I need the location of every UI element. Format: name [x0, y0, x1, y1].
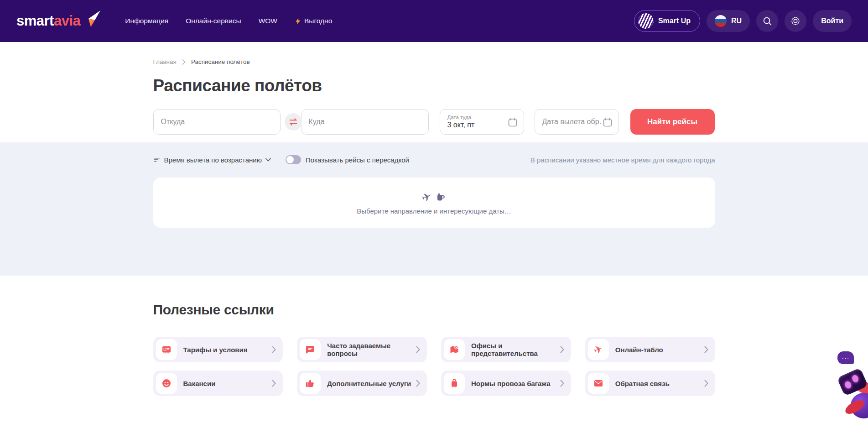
link-card-faq[interactable]: Часто задаваемые вопросы — [297, 337, 427, 362]
tile: ✈ — [588, 339, 609, 360]
nav-item-deals[interactable]: Выгодно — [295, 17, 332, 25]
vacancies-icon — [161, 378, 172, 389]
chevron-right-icon — [416, 380, 421, 387]
empty-state-icons: ✈ — [422, 191, 446, 204]
lightning-icon — [295, 17, 301, 25]
mascot-eye — [851, 374, 859, 383]
chevron-right-icon — [560, 380, 565, 387]
chat-mascot[interactable] — [832, 369, 868, 423]
link-card-label: Офисы и представительства — [471, 342, 556, 357]
coffee-mug-icon — [435, 192, 446, 203]
calendar-icon — [602, 117, 613, 128]
useful-links-title: Полезные ссылки — [153, 302, 715, 318]
chevron-right-icon — [560, 346, 565, 353]
toggle-switch[interactable] — [286, 155, 301, 164]
smartup-button[interactable]: Smart Up — [634, 10, 700, 32]
chevron-down-icon — [265, 158, 271, 162]
mascot-eye — [844, 381, 852, 390]
link-card-label: Часто задаваемые вопросы — [327, 342, 412, 357]
timezone-note: В расписании указано местное время для к… — [530, 156, 715, 164]
logo-plane-icon — [83, 10, 101, 28]
sort-label: Время вылета по возрастанию — [164, 156, 262, 164]
swap-arrows-icon — [288, 117, 298, 127]
sort-icon — [153, 156, 161, 163]
smartup-label: Smart Up — [658, 17, 691, 25]
link-card-tariffs[interactable]: Тарифы и условия — [153, 337, 283, 362]
tile — [156, 373, 177, 394]
toggle-knob — [286, 156, 294, 163]
search-button[interactable] — [756, 10, 778, 32]
breadcrumb-home-link[interactable]: Главная — [153, 58, 177, 65]
swap-directions-button[interactable] — [285, 113, 302, 131]
schedule-section: Время вылета по возрастанию Показывать р… — [0, 142, 868, 276]
return-date-input[interactable] — [542, 118, 611, 126]
chevron-right-icon — [416, 346, 421, 353]
link-card-label: Тарифы и условия — [183, 346, 269, 354]
departure-date-field[interactable]: Дата туда 3 окт, пт — [440, 109, 524, 135]
online-board-icon: ✈ — [592, 342, 605, 357]
link-card-offices[interactable]: Офисы и представительства — [441, 337, 571, 362]
find-flights-button[interactable]: Найти рейсы — [630, 109, 715, 135]
chat-bubble-button[interactable]: ··· — [837, 351, 854, 364]
search-icon — [762, 16, 772, 26]
theme-toggle-button[interactable] — [785, 10, 806, 32]
empty-state-message: Выберите направление и интересующие даты… — [357, 207, 511, 215]
language-label: RU — [731, 17, 742, 25]
link-card-label: Обратная связь — [615, 380, 701, 387]
chevron-right-icon — [182, 59, 186, 65]
plane-icon: ✈ — [420, 189, 433, 204]
nav-label: WOW — [259, 17, 277, 25]
flight-search-form: Дата туда 3 окт, пт Найти рейсы — [153, 109, 715, 135]
login-button[interactable]: Войти — [813, 10, 852, 32]
link-card-extra-services[interactable]: Дополнительные услуги — [297, 371, 427, 396]
chevron-right-icon — [704, 346, 709, 353]
destination-input[interactable] — [309, 118, 421, 126]
link-card-vacancies[interactable]: Вакансии — [153, 371, 283, 396]
useful-links-section: Полезные ссылки Тарифы и условия — [0, 276, 868, 396]
calendar-icon — [507, 117, 518, 128]
baggage-icon — [449, 378, 460, 389]
destination-field[interactable] — [301, 109, 429, 135]
nav-label: Информация — [125, 17, 168, 25]
feedback-icon — [593, 378, 604, 389]
breadcrumb-current: Расписание полётов — [191, 58, 250, 65]
schedule-empty-state: ✈ Выберите направление и интересующие да… — [153, 178, 715, 228]
header: smartavia Информация Онлайн-сервисы WOW … — [0, 0, 868, 42]
nav-item-online-services[interactable]: Онлайн-сервисы — [186, 17, 241, 25]
departure-date-label: Дата туда — [447, 115, 472, 120]
connections-toggle[interactable]: Показывать рейсы с пересадкой — [286, 155, 409, 164]
russian-flag-icon — [715, 15, 727, 27]
schedule-toolbar: Время вылета по возрастанию Показывать р… — [153, 155, 715, 164]
tile — [444, 339, 465, 360]
logo-text-avia: avia — [54, 13, 80, 29]
link-card-label: Вакансии — [183, 380, 269, 387]
nav-item-information[interactable]: Информация — [125, 17, 168, 25]
faq-icon — [305, 344, 316, 355]
origin-field[interactable] — [153, 109, 281, 135]
main-nav: Информация Онлайн-сервисы WOW Выгодно — [125, 17, 332, 25]
sun-icon — [790, 16, 800, 26]
link-card-baggage[interactable]: Нормы провоза багажа — [441, 371, 571, 396]
language-switcher[interactable]: RU — [707, 10, 750, 32]
chevron-right-icon — [272, 346, 276, 353]
connections-toggle-label: Показывать рейсы с пересадкой — [306, 156, 409, 164]
link-card-feedback[interactable]: Обратная связь — [585, 371, 715, 396]
header-controls: Smart Up RU Войти — [634, 10, 852, 32]
page-title: Расписание полётов — [153, 76, 715, 95]
tile — [588, 373, 609, 394]
nav-item-wow[interactable]: WOW — [259, 17, 277, 25]
chevron-right-icon — [272, 380, 276, 387]
login-label: Войти — [821, 17, 843, 25]
offices-icon — [449, 344, 460, 355]
smartavia-logo[interactable]: smartavia — [16, 13, 101, 29]
nav-label: Онлайн-сервисы — [186, 17, 241, 25]
return-date-field[interactable] — [535, 109, 619, 135]
chevron-right-icon — [704, 380, 709, 387]
smartup-globe-icon — [638, 13, 654, 29]
sort-dropdown[interactable]: Время вылета по возрастанию — [153, 156, 271, 164]
tile — [444, 373, 465, 394]
link-card-online-board[interactable]: ✈ Онлайн-табло — [585, 337, 715, 362]
origin-input[interactable] — [161, 118, 273, 126]
useful-links-grid: Тарифы и условия Часто задаваемые вопрос… — [153, 337, 715, 396]
nav-label: Выгодно — [304, 17, 332, 25]
